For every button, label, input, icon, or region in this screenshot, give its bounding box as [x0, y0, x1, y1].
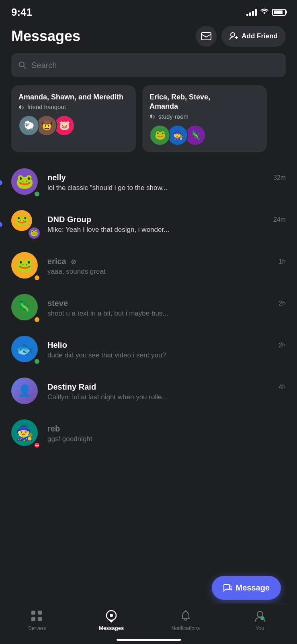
voice-card-1[interactable]: Amanda, Shawn, and Meredith friend hango… [11, 85, 136, 152]
msg-content-nelly: nelly 32m lol the classic "should i go t… [47, 173, 286, 192]
message-item-dnd-group[interactable]: 🐸 🐸 DND Group 24m Mike: Yeah I love that… [0, 204, 297, 246]
avatar-steve: 🦎 [11, 294, 38, 320]
msg-content-helio: Helio 2h dude did you see that video i s… [47, 341, 286, 359]
svg-point-4 [110, 614, 113, 617]
add-friend-label: Add Friend [242, 32, 278, 40]
wifi-icon [260, 8, 269, 17]
voice-card-1-avatars: 🐑 🤠 🐷 [22, 115, 129, 136]
search-bar[interactable]: Search [11, 53, 286, 77]
msg-content-erica: erica ⊘ 1h yaaa, sounds great [47, 257, 286, 276]
new-message-fab[interactable]: Message [212, 576, 281, 600]
avatar-dnd-sub: 🐸 [27, 226, 41, 240]
msg-name-reb: reb [47, 424, 60, 433]
search-icon [18, 61, 27, 69]
avatar-wrap-dnd: 🐸 🐸 [11, 210, 40, 239]
speaker-icon [18, 104, 25, 110]
message-item-erica[interactable]: 🐸 erica ⊘ 1h yaaa, sounds great [0, 246, 297, 287]
messages-nav-label: Messages [99, 625, 124, 631]
avatar-wrap-steve: 🦎 [11, 294, 40, 323]
avatar-destiny: 👤 [11, 378, 38, 404]
away-status-steve [33, 316, 41, 323]
you-icon [253, 609, 267, 623]
avatar-wrap-destiny: 👤 [11, 378, 40, 407]
online-status-helio [33, 358, 41, 365]
voice-card-2-members: Erica, Reb, Steve,Amanda [150, 93, 260, 111]
speaker-icon-2 [150, 113, 156, 120]
avatar-wrap-erica: 🐸 [11, 252, 40, 281]
voice-card-1-channel: friend hangout [18, 103, 129, 110]
msg-name-steve: steve [47, 299, 68, 308]
status-bar: 9:41 [0, 0, 297, 22]
signal-bars-icon [246, 8, 257, 16]
msg-content-dnd: DND Group 24m Mike: Yeah I love that des… [47, 215, 286, 234]
msg-time-dnd: 24m [273, 216, 286, 223]
msg-content-destiny: Destiny Raid 4h Caitlyn: lol at last nig… [47, 382, 286, 401]
unread-indicator-dnd [0, 222, 2, 227]
msg-time-nelly: 32m [273, 174, 286, 182]
msg-content-steve: steve 2h shoot u a text in a bit, but i … [47, 299, 286, 318]
msg-preview-helio: dude did you see that video i sent you? [47, 351, 286, 359]
home-indicator [117, 639, 181, 641]
msg-name-nelly: nelly [47, 173, 66, 182]
svg-point-6 [260, 616, 264, 620]
nav-item-notifications[interactable]: Notifications [170, 609, 202, 631]
avatar-nelly: 🐸 [11, 168, 38, 195]
msg-preview-nelly: lol the classic "should i go to the show… [47, 184, 286, 192]
servers-icon [30, 609, 44, 623]
msg-preview-destiny: Caitlyn: lol at last night when you roll… [47, 393, 286, 401]
msg-name-erica: erica ⊘ [47, 257, 76, 266]
avatar-wrap-helio: 🐟 [11, 336, 40, 365]
message-item-destiny-raid[interactable]: 👤 Destiny Raid 4h Caitlyn: lol at last n… [0, 371, 297, 413]
svg-point-5 [257, 611, 263, 617]
message-fab-icon [223, 584, 232, 592]
voice-channels: Amanda, Shawn, and Meredith friend hango… [0, 85, 297, 162]
msg-time-erica: 1h [279, 258, 286, 265]
header-actions: Add Friend [196, 26, 286, 47]
away-status-erica [33, 274, 41, 281]
voice-card-1-members: Amanda, Shawn, and Meredith [18, 93, 129, 102]
msg-preview-reb: ggs! goodnight [47, 435, 286, 443]
nav-item-messages[interactable]: Messages [95, 609, 127, 631]
avatar-helio: 🐟 [11, 336, 38, 362]
avatar-wrap-reb: 🧙 [11, 419, 40, 448]
avatar-reb: 🧙 [11, 419, 38, 446]
voice-card-2-channel: study-room [150, 113, 260, 120]
mail-button[interactable] [196, 26, 217, 47]
muted-icon: ⊘ [71, 258, 76, 265]
dnd-status-reb [33, 442, 41, 449]
msg-preview-steve: shoot u a text in a bit, but i maybe bus… [47, 310, 286, 318]
message-item-nelly[interactable]: 🐸 nelly 32m lol the classic "should i go… [0, 162, 297, 204]
header: Messages Add Friend [0, 22, 297, 53]
msg-content-reb: reb ggs! goodnight [47, 424, 286, 443]
status-time: 9:41 [11, 6, 32, 19]
avatar-erica: 🐸 [11, 252, 38, 279]
battery-icon [272, 9, 286, 16]
msg-name-dnd: DND Group [47, 215, 91, 224]
message-item-steve[interactable]: 🦎 steve 2h shoot u a text in a bit, but … [0, 287, 297, 329]
you-nav-label: You [256, 625, 264, 631]
add-friend-button[interactable]: Add Friend [221, 26, 286, 47]
bottom-nav: Servers Messages Notifications [0, 604, 297, 644]
msg-name-helio: Helio [47, 341, 67, 350]
search-input[interactable]: Search [31, 61, 57, 70]
msg-time-destiny: 4h [279, 384, 286, 391]
message-item-reb[interactable]: 🧙 reb ggs! goodnight [0, 413, 297, 455]
status-icons [246, 8, 286, 17]
unread-indicator [0, 180, 2, 185]
msg-name-destiny: Destiny Raid [47, 382, 96, 392]
msg-preview-erica: yaaa, sounds great [47, 268, 286, 276]
nav-item-you[interactable]: You [244, 609, 276, 631]
messages-list: 🐸 nelly 32m lol the classic "should i go… [0, 162, 297, 463]
voice-card-2-avatars: 🐸 🧙 🦎 [153, 125, 260, 146]
messages-nav-icon [104, 609, 119, 623]
svg-point-2 [19, 62, 24, 67]
page-title: Messages [11, 28, 80, 45]
msg-time-steve: 2h [279, 300, 286, 307]
search-container: Search [0, 53, 297, 85]
msg-time-helio: 2h [279, 342, 286, 349]
voice-card-2[interactable]: Erica, Reb, Steve,Amanda study-room 🐸 🧙 … [142, 85, 267, 152]
message-item-helio[interactable]: 🐟 Helio 2h dude did you see that video i… [0, 329, 297, 371]
nav-item-servers[interactable]: Servers [21, 609, 53, 631]
avatar-wrap-nelly: 🐸 [11, 168, 40, 197]
notifications-nav-label: Notifications [171, 625, 200, 631]
